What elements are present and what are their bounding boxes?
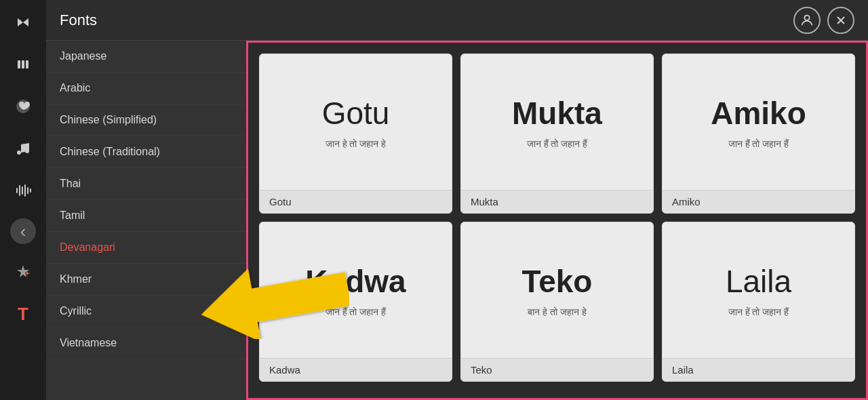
svg-rect-5: [19, 185, 20, 196]
svg-rect-2: [26, 60, 28, 68]
svg-point-10: [804, 15, 809, 20]
profile-button[interactable]: [793, 7, 821, 34]
svg-rect-9: [30, 188, 31, 193]
font-label-amiko: Amiko: [663, 190, 854, 213]
font-sample-amiko: जान हैं तो जहान हैं: [728, 138, 789, 150]
header-icons: [793, 7, 854, 34]
font-name-kadwa: Kadwa: [305, 263, 406, 300]
close-button[interactable]: [827, 7, 854, 34]
font-name-gotu: Gotu: [322, 95, 390, 132]
music-note-icon[interactable]: [9, 134, 37, 163]
font-sample-mukta: जान हैं तो जहान हैं: [527, 138, 588, 150]
font-sample-teko: बान हे तो जहान हे: [528, 306, 587, 318]
content-area: Japanese Arabic Chinese (Simplified) Chi…: [46, 41, 868, 400]
font-card-teko[interactable]: Teko बान हे तो जहान हे Teko: [460, 222, 654, 382]
header: Fonts: [46, 0, 868, 41]
font-category-sidebar: Japanese Arabic Chinese (Simplified) Chi…: [46, 41, 246, 400]
sidebar-item-arabic[interactable]: Arabic: [46, 73, 246, 104]
sidebar-item-devanagari[interactable]: Devanagari: [46, 232, 246, 264]
page-title: Fonts: [60, 12, 97, 29]
svg-rect-0: [18, 60, 20, 68]
back-arrow-icon[interactable]: ‹: [10, 218, 36, 244]
font-card-mukta[interactable]: Mukta जान हैं तो जहान हैं Mukta: [460, 54, 654, 214]
sidebar-item-japanese[interactable]: Japanese: [46, 41, 246, 73]
font-label-mukta: Mukta: [461, 190, 653, 213]
sidebar-item-vietnamese[interactable]: Vietnamese: [46, 327, 246, 359]
font-label-teko: Teko: [461, 358, 653, 381]
font-sample-gotu: जान हे तो जहान हे: [326, 138, 387, 150]
font-label-gotu: Gotu: [260, 190, 452, 213]
waveform-icon[interactable]: [9, 176, 37, 205]
font-sample-laila: जान हें तो जहान हैं: [728, 306, 789, 318]
sidebar-item-thai[interactable]: Thai: [46, 168, 246, 200]
text-t-icon[interactable]: T: [9, 300, 37, 328]
font-name-laila: Laila: [726, 263, 791, 300]
sidebar-item-chinese-traditional[interactable]: Chinese (Traditional): [46, 136, 246, 168]
sidebar-item-chinese-simplified[interactable]: Chinese (Simplified): [46, 104, 246, 136]
sidebar-item-tamil[interactable]: Tamil: [46, 200, 246, 232]
font-sample-kadwa: जान हैं तो जहान हैं: [326, 306, 387, 318]
font-card-amiko[interactable]: Amiko जान हैं तो जहान हैं Amiko: [662, 54, 855, 214]
svg-rect-4: [16, 188, 18, 193]
effects-icon[interactable]: [9, 258, 37, 286]
bars-icon[interactable]: [9, 50, 37, 79]
bowtie-icon[interactable]: [9, 8, 37, 37]
font-label-kadwa: Kadwa: [260, 358, 452, 381]
font-name-mukta: Mukta: [512, 95, 602, 132]
font-grid: Gotu जान हे तो जहान हे Gotu Mukta जान है…: [259, 54, 855, 382]
font-name-amiko: Amiko: [711, 95, 806, 132]
heart-disc-icon[interactable]: [9, 92, 37, 121]
svg-rect-8: [27, 187, 28, 194]
svg-rect-7: [24, 184, 26, 197]
main-panel: Fonts Japanese Arabic Chinese (Simp: [46, 0, 868, 400]
icon-rail: ‹ T: [0, 0, 46, 400]
font-card-laila[interactable]: Laila जान हें तो जहान हैं Laila: [662, 222, 855, 382]
font-card-kadwa[interactable]: Kadwa जान हैं तो जहान हैं Kadwa: [259, 222, 452, 382]
svg-rect-1: [22, 60, 24, 68]
font-card-gotu[interactable]: Gotu जान हे तो जहान हे Gotu: [259, 54, 452, 214]
svg-rect-6: [22, 186, 23, 195]
font-name-teko: Teko: [522, 263, 593, 300]
font-label-laila: Laila: [663, 358, 854, 381]
sidebar-item-cyrillic[interactable]: Cyrillic: [46, 296, 246, 327]
sidebar-item-khmer[interactable]: Khmer: [46, 264, 246, 296]
font-grid-container: Gotu जान हे तो जहान हे Gotu Mukta जान है…: [246, 41, 868, 400]
